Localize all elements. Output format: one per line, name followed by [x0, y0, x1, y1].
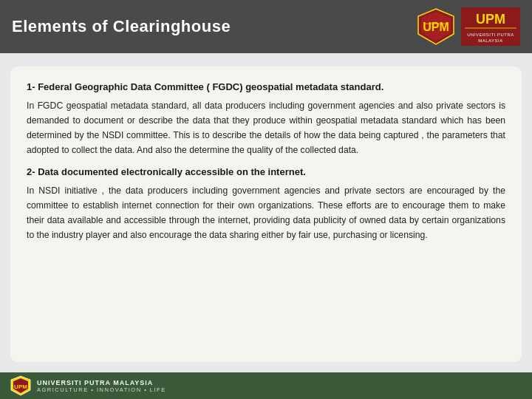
svg-text:UPM: UPM [476, 12, 505, 27]
upm-text-logo-icon: UPM UNIVERSITI PUTRA MALAYSIA [461, 7, 520, 46]
footer-text-block: UNIVERSITI PUTRA MALAYSIA AGRICULTURE • … [37, 379, 166, 393]
footer-university-name: UNIVERSITI PUTRA MALAYSIA [37, 379, 166, 386]
section-1: 1- Federal Geographic Data Committee ( F… [27, 80, 505, 157]
content-area: 1- Federal Geographic Data Committee ( F… [0, 53, 532, 372]
footer-bar: UPM UNIVERSITI PUTRA MALAYSIA AGRICULTUR… [0, 372, 532, 399]
svg-text:MALAYSIA: MALAYSIA [478, 38, 503, 43]
footer-logo-area: UPM UNIVERSITI PUTRA MALAYSIA AGRICULTUR… [10, 375, 166, 396]
svg-text:UPM: UPM [14, 383, 27, 390]
svg-text:UNIVERSITI PUTRA: UNIVERSITI PUTRA [467, 33, 514, 37]
page-wrapper: Elements of Clearinghouse UPM UPM UNIVER… [0, 0, 532, 399]
footer-tagline: AGRICULTURE • INNOVATION • LIFE [37, 386, 166, 393]
upm-shield-icon: UPM [417, 7, 455, 46]
section2-body: In NSDI initiative , the data producers … [27, 183, 505, 243]
footer-emblem-icon: UPM [10, 375, 31, 396]
header: Elements of Clearinghouse UPM UPM UNIVER… [0, 0, 532, 53]
page-title: Elements of Clearinghouse [12, 17, 231, 36]
section2-heading: 2- Data documented electronically access… [27, 165, 505, 180]
section1-body: In FGDC geospatial metadata standard, al… [27, 98, 505, 158]
header-logos: UPM UPM UNIVERSITI PUTRA MALAYSIA [417, 7, 520, 46]
section-2: 2- Data documented electronically access… [27, 165, 505, 242]
content-card: 1- Federal Geographic Data Committee ( F… [10, 66, 522, 362]
section1-heading: 1- Federal Geographic Data Committee ( F… [27, 80, 505, 95]
svg-text:UPM: UPM [423, 21, 449, 33]
